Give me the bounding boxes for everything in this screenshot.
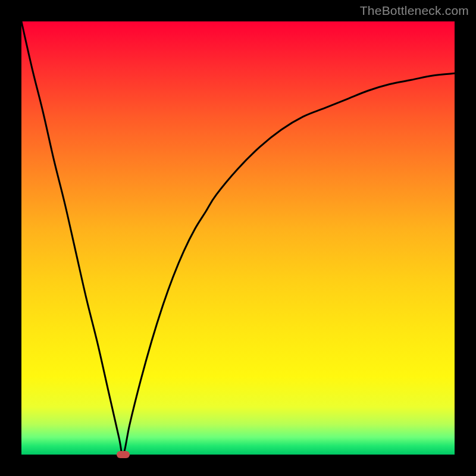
attribution-label: TheBottleneck.com <box>360 4 469 18</box>
minimum-point-marker <box>117 451 130 458</box>
bottleneck-curve-svg <box>21 21 455 455</box>
bottleneck-curve-path <box>21 21 455 455</box>
